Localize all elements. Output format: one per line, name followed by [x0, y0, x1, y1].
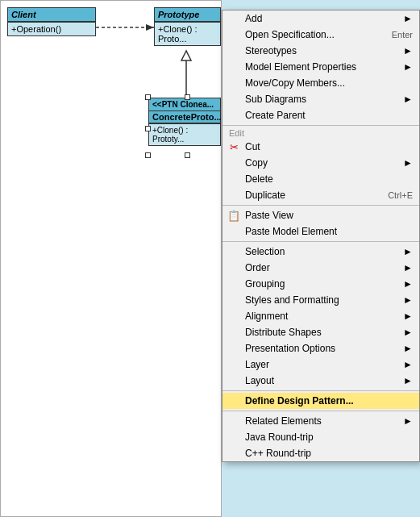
menu-item-add-label: Add	[245, 13, 262, 24]
submenu-arrow-selection: ►	[395, 246, 413, 257]
menu-item-presentation[interactable]: Presentation Options ►	[222, 340, 419, 356]
selection-handle-tm	[185, 94, 190, 100]
menu-item-distribute[interactable]: Distribute Shapes ►	[222, 324, 419, 340]
duplicate-shortcut: Ctrl+E	[372, 190, 413, 200]
styles-label: Styles and Formatting	[245, 294, 339, 306]
menu-item-add[interactable]: Add ►	[222, 10, 419, 27]
layer-label: Layer	[245, 359, 269, 370]
concrete-class-body: +Clone() : Prototy...	[149, 123, 220, 145]
submenu-arrow-add: ►	[395, 13, 413, 24]
menu-item-alignment[interactable]: Alignment ►	[222, 308, 419, 324]
menu-item-cpp-roundtrip[interactable]: C++ Round-trip	[222, 445, 419, 461]
menu-item-define-pattern[interactable]: Define Design Pattern...	[222, 393, 419, 409]
selection-label: Selection	[245, 246, 285, 257]
copy-label: Copy	[245, 157, 268, 169]
submenu-arrow-alignment: ►	[395, 311, 413, 322]
submenu-arrow-presentation: ►	[395, 343, 413, 354]
selection-handle-tl	[145, 94, 151, 100]
menu-item-create-parent[interactable]: Create Parent	[222, 107, 419, 123]
concrete-class-box[interactable]: <<PTN Clonea... ConcreteProto... +Clone(…	[148, 98, 221, 146]
menu-item-grouping[interactable]: Grouping ►	[222, 276, 419, 292]
paste-model-label: Paste Model Element	[245, 226, 337, 237]
scissors-icon: ✂	[226, 141, 242, 153]
sub-diagrams-label: Sub Diagrams	[245, 94, 306, 105]
menu-item-cut[interactable]: ✂ Cut	[222, 139, 419, 155]
submenu-arrow-sub-diagrams: ►	[395, 94, 413, 105]
open-spec-label: Open Specification...	[245, 29, 335, 40]
submenu-arrow-layout: ►	[395, 375, 413, 386]
submenu-arrow-order: ►	[395, 262, 413, 273]
cpp-roundtrip-label: C++ Round-trip	[245, 448, 311, 459]
menu-item-paste-model[interactable]: Paste Model Element	[222, 223, 419, 240]
duplicate-label: Duplicate	[245, 190, 285, 201]
separator-2	[222, 205, 419, 206]
menu-item-paste-view[interactable]: 📋 Paste View	[222, 207, 419, 223]
menu-item-move-copy[interactable]: Move/Copy Members...	[222, 75, 419, 91]
menu-item-stereotypes[interactable]: Stereotypes ►	[222, 43, 419, 59]
menu-item-sub-diagrams[interactable]: Sub Diagrams ►	[222, 91, 419, 107]
presentation-label: Presentation Options	[245, 343, 335, 354]
paste-view-label: Paste View	[245, 210, 293, 221]
menu-item-model-props[interactable]: Model Element Properties ►	[222, 59, 419, 75]
client-class-box[interactable]: Client +Operation()	[7, 7, 96, 36]
separator-5	[222, 411, 419, 411]
submenu-arrow-grouping: ►	[395, 278, 413, 290]
edit-section-label: Edit	[222, 127, 419, 139]
dependency-arrow	[96, 23, 154, 31]
paste-icon: 📋	[226, 210, 242, 222]
distribute-label: Distribute Shapes	[245, 327, 322, 338]
alignment-label: Alignment	[245, 311, 288, 322]
stereotypes-label: Stereotypes	[245, 45, 297, 56]
menu-item-delete[interactable]: Delete	[222, 171, 419, 187]
submenu-arrow-layer: ►	[395, 359, 413, 370]
submenu-arrow-stereotypes: ►	[395, 45, 413, 56]
menu-item-layer[interactable]: Layer ►	[222, 356, 419, 373]
move-copy-label: Move/Copy Members...	[245, 77, 345, 89]
delete-label: Delete	[245, 173, 273, 185]
separator-4	[222, 390, 419, 391]
selection-handle-ml	[145, 126, 151, 131]
define-pattern-label: Define Design Pattern...	[245, 395, 354, 407]
menu-item-duplicate[interactable]: Duplicate Ctrl+E	[222, 187, 419, 203]
svg-marker-3	[146, 24, 154, 31]
separator-3	[222, 241, 419, 242]
menu-item-styles[interactable]: Styles and Formatting ►	[222, 292, 419, 308]
menu-item-copy[interactable]: Copy ►	[222, 155, 419, 171]
menu-item-java-roundtrip[interactable]: Java Round-trip	[222, 429, 419, 445]
context-menu: Add ► Open Specification... Enter Stereo…	[222, 10, 420, 462]
java-roundtrip-label: Java Round-trip	[245, 432, 314, 443]
submenu-arrow-copy: ►	[395, 157, 413, 169]
svg-marker-1	[181, 51, 191, 60]
selection-handle-bl	[145, 152, 151, 158]
prototype-class-body: +Clone() : Proto...	[155, 22, 220, 45]
layout-label: Layout	[245, 375, 274, 386]
client-class-body: +Operation()	[8, 22, 95, 35]
menu-item-order[interactable]: Order ►	[222, 260, 419, 276]
menu-item-open-spec[interactable]: Open Specification... Enter	[222, 27, 419, 43]
concrete-class-name: ConcreteProto...	[149, 111, 220, 123]
concrete-stereotype: <<PTN Clonea...	[149, 98, 220, 111]
prototype-class-box[interactable]: Prototype +Clone() : Proto...	[154, 7, 221, 46]
cut-label: Cut	[245, 141, 260, 152]
menu-item-layout[interactable]: Layout ►	[222, 373, 419, 389]
client-class-header: Client	[8, 8, 95, 22]
separator-1	[222, 125, 419, 126]
submenu-arrow-styles: ►	[395, 294, 413, 306]
selection-handle-bm	[185, 152, 190, 158]
prototype-class-header: Prototype	[155, 8, 220, 22]
model-props-label: Model Element Properties	[245, 61, 356, 73]
menu-item-selection[interactable]: Selection ►	[222, 244, 419, 260]
submenu-arrow-model-props: ►	[395, 61, 413, 73]
diagram-canvas: Client +Operation() Prototype +Clone() :…	[0, 0, 222, 517]
grouping-label: Grouping	[245, 278, 285, 290]
submenu-arrow-distribute: ►	[395, 327, 413, 338]
submenu-arrow-related: ►	[395, 415, 413, 427]
menu-item-related[interactable]: Related Elements ►	[222, 413, 419, 429]
create-parent-label: Create Parent	[245, 110, 306, 121]
related-label: Related Elements	[245, 415, 322, 427]
open-spec-shortcut: Enter	[376, 30, 413, 40]
order-label: Order	[245, 262, 270, 273]
